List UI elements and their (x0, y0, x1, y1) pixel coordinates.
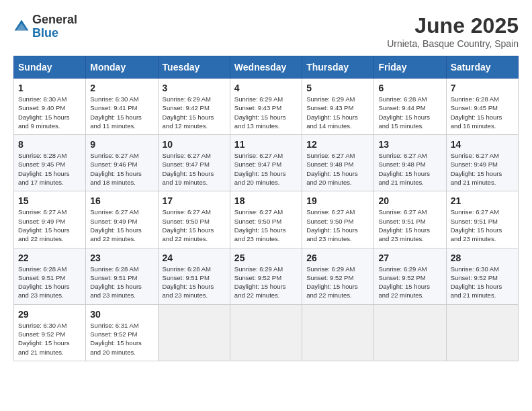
daylight-label: Daylight: 15 hours and 9 minutes. (18, 113, 70, 130)
calendar-cell: 25 Sunrise: 6:29 AM Sunset: 9:52 PM Dayl… (230, 248, 302, 304)
logo-general: General (32, 13, 77, 27)
calendar-cell: 20 Sunrise: 6:27 AM Sunset: 9:51 PM Dayl… (374, 191, 446, 248)
sunset-label: Sunset: 9:52 PM (18, 330, 65, 338)
sunrise-label: Sunrise: 6:29 AM (234, 265, 283, 273)
daylight-label: Daylight: 15 hours and 23 minutes. (378, 226, 430, 242)
sunset-label: Sunset: 9:45 PM (18, 161, 65, 168)
sunset-label: Sunset: 9:47 PM (234, 161, 281, 168)
calendar-cell: 15 Sunrise: 6:27 AM Sunset: 9:49 PM Dayl… (14, 191, 86, 248)
day-info: Sunrise: 6:27 AM Sunset: 9:51 PM Dayligh… (451, 208, 514, 243)
daylight-label: Daylight: 15 hours and 22 minutes. (378, 283, 430, 299)
day-of-week-header: Monday (86, 56, 158, 79)
daylight-label: Daylight: 15 hours and 15 minutes. (378, 113, 430, 130)
sunrise-label: Sunrise: 6:27 AM (90, 208, 138, 216)
daylight-label: Daylight: 15 hours and 17 minutes. (18, 170, 70, 186)
daylight-label: Daylight: 15 hours and 21 minutes. (451, 170, 502, 186)
calendar-cell: 17 Sunrise: 6:27 AM Sunset: 9:50 PM Dayl… (158, 191, 230, 248)
calendar-cell (446, 304, 518, 361)
calendar-week-row: 8 Sunrise: 6:28 AM Sunset: 9:45 PM Dayli… (14, 135, 519, 191)
sunrise-label: Sunrise: 6:29 AM (306, 265, 355, 273)
day-info: Sunrise: 6:27 AM Sunset: 9:51 PM Dayligh… (378, 208, 441, 243)
day-of-week-header: Sunday (14, 56, 86, 79)
day-number: 20 (378, 195, 441, 206)
day-number: 4 (234, 83, 298, 93)
sunrise-label: Sunrise: 6:31 AM (90, 322, 138, 329)
day-of-week-header: Saturday (446, 56, 518, 79)
sunset-label: Sunset: 9:46 PM (90, 161, 137, 168)
daylight-label: Daylight: 15 hours and 22 minutes. (234, 283, 286, 299)
daylight-label: Daylight: 15 hours and 21 minutes. (378, 170, 430, 186)
sunrise-label: Sunrise: 6:27 AM (451, 208, 499, 216)
calendar-cell: 26 Sunrise: 6:29 AM Sunset: 9:52 PM Dayl… (302, 248, 374, 304)
daylight-label: Daylight: 15 hours and 12 minutes. (163, 113, 214, 130)
sunset-label: Sunset: 9:47 PM (163, 161, 210, 168)
sunset-label: Sunset: 9:51 PM (163, 274, 210, 281)
calendar-cell (230, 304, 302, 361)
daylight-label: Daylight: 15 hours and 21 minutes. (451, 283, 502, 299)
day-info: Sunrise: 6:29 AM Sunset: 9:52 PM Dayligh… (234, 265, 298, 300)
day-number: 22 (18, 253, 81, 263)
calendar-cell: 8 Sunrise: 6:28 AM Sunset: 9:45 PM Dayli… (14, 135, 86, 191)
daylight-label: Daylight: 15 hours and 20 minutes. (234, 170, 286, 186)
calendar-cell: 27 Sunrise: 6:29 AM Sunset: 9:52 PM Dayl… (374, 248, 446, 304)
day-info: Sunrise: 6:30 AM Sunset: 9:52 PM Dayligh… (18, 321, 81, 357)
calendar-cell: 21 Sunrise: 6:27 AM Sunset: 9:51 PM Dayl… (446, 191, 518, 248)
day-info: Sunrise: 6:27 AM Sunset: 9:48 PM Dayligh… (306, 151, 369, 187)
sunset-label: Sunset: 9:52 PM (378, 274, 425, 281)
calendar-week-row: 1 Sunrise: 6:30 AM Sunset: 9:40 PM Dayli… (14, 79, 519, 135)
calendar-header-row: SundayMondayTuesdayWednesdayThursdayFrid… (14, 56, 519, 79)
sunrise-label: Sunrise: 6:27 AM (163, 208, 211, 216)
logo-text: General Blue (32, 13, 77, 40)
sunrise-label: Sunrise: 6:30 AM (451, 265, 499, 273)
day-of-week-header: Friday (374, 56, 446, 79)
day-number: 21 (451, 195, 514, 206)
day-info: Sunrise: 6:27 AM Sunset: 9:50 PM Dayligh… (234, 208, 298, 243)
sunset-label: Sunset: 9:51 PM (451, 218, 498, 225)
daylight-label: Daylight: 15 hours and 20 minutes. (306, 170, 358, 186)
day-number: 6 (378, 83, 441, 93)
day-info: Sunrise: 6:27 AM Sunset: 9:47 PM Dayligh… (163, 151, 226, 187)
daylight-label: Daylight: 15 hours and 21 minutes. (18, 339, 70, 355)
daylight-label: Daylight: 15 hours and 23 minutes. (90, 283, 142, 299)
calendar-cell: 19 Sunrise: 6:27 AM Sunset: 9:50 PM Dayl… (302, 191, 374, 248)
daylight-label: Daylight: 15 hours and 13 minutes. (234, 113, 286, 130)
sunrise-label: Sunrise: 6:30 AM (90, 95, 138, 103)
day-number: 27 (378, 253, 441, 263)
day-info: Sunrise: 6:30 AM Sunset: 9:52 PM Dayligh… (451, 265, 514, 300)
daylight-label: Daylight: 15 hours and 23 minutes. (18, 283, 70, 299)
sunset-label: Sunset: 9:52 PM (306, 274, 353, 281)
calendar-cell: 14 Sunrise: 6:27 AM Sunset: 9:49 PM Dayl… (446, 135, 518, 191)
calendar-cell: 9 Sunrise: 6:27 AM Sunset: 9:46 PM Dayli… (86, 135, 158, 191)
day-info: Sunrise: 6:28 AM Sunset: 9:44 PM Dayligh… (378, 95, 441, 130)
calendar: SundayMondayTuesdayWednesdayThursdayFrid… (13, 56, 519, 361)
day-number: 19 (306, 195, 369, 206)
sunrise-label: Sunrise: 6:29 AM (306, 95, 355, 103)
day-info: Sunrise: 6:27 AM Sunset: 9:50 PM Dayligh… (306, 208, 369, 243)
sunset-label: Sunset: 9:48 PM (378, 161, 425, 168)
day-number: 2 (90, 83, 153, 93)
sunset-label: Sunset: 9:52 PM (90, 330, 137, 338)
daylight-label: Daylight: 15 hours and 11 minutes. (90, 113, 142, 130)
calendar-cell: 5 Sunrise: 6:29 AM Sunset: 9:43 PM Dayli… (302, 79, 374, 135)
day-info: Sunrise: 6:28 AM Sunset: 9:51 PM Dayligh… (18, 265, 81, 300)
day-number: 3 (163, 83, 226, 93)
calendar-cell: 12 Sunrise: 6:27 AM Sunset: 9:48 PM Dayl… (302, 135, 374, 191)
calendar-week-row: 29 Sunrise: 6:30 AM Sunset: 9:52 PM Dayl… (14, 304, 519, 361)
sunrise-label: Sunrise: 6:30 AM (18, 322, 66, 329)
sunset-label: Sunset: 9:49 PM (18, 218, 65, 225)
title-section: June 2025 Urnieta, Basque Country, Spain (387, 13, 519, 49)
calendar-cell: 18 Sunrise: 6:27 AM Sunset: 9:50 PM Dayl… (230, 191, 302, 248)
sunrise-label: Sunrise: 6:27 AM (306, 208, 355, 216)
sunrise-label: Sunrise: 6:27 AM (163, 152, 211, 159)
day-info: Sunrise: 6:27 AM Sunset: 9:48 PM Dayligh… (378, 151, 441, 187)
sunset-label: Sunset: 9:52 PM (451, 274, 498, 281)
day-number: 17 (163, 195, 226, 206)
daylight-label: Daylight: 15 hours and 23 minutes. (163, 283, 214, 299)
calendar-cell: 23 Sunrise: 6:28 AM Sunset: 9:51 PM Dayl… (86, 248, 158, 304)
sunrise-label: Sunrise: 6:28 AM (90, 265, 138, 273)
calendar-cell: 13 Sunrise: 6:27 AM Sunset: 9:48 PM Dayl… (374, 135, 446, 191)
sunrise-label: Sunrise: 6:29 AM (163, 95, 211, 103)
calendar-cell: 1 Sunrise: 6:30 AM Sunset: 9:40 PM Dayli… (14, 79, 86, 135)
sunrise-label: Sunrise: 6:28 AM (18, 152, 66, 159)
daylight-label: Daylight: 15 hours and 18 minutes. (90, 170, 142, 186)
